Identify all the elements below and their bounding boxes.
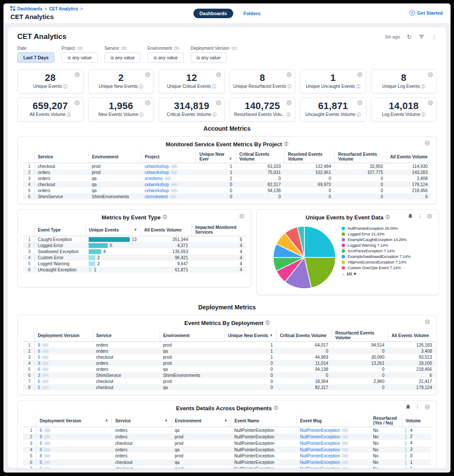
bell-icon[interactable]: [406, 404, 411, 410]
cell-link[interactable]: NullPointerException: [300, 466, 340, 468]
sort-desc-icon[interactable]: ∨: [134, 228, 137, 232]
globe-icon[interactable]: [216, 100, 221, 107]
table-row[interactable]: 16⋯ordersqaNullPointerExceptionNullPoint…: [23, 427, 431, 434]
ellipsis-pill[interactable]: ⋯: [42, 343, 49, 347]
tab-folders[interactable]: Folders: [243, 11, 261, 16]
table-row[interactable]: 26⋯ordersqa1003,408: [23, 348, 435, 354]
cell-link[interactable]: 5: [38, 355, 41, 360]
table-row[interactable]: 2ordersprodcetworkshop⋯175,031102,961107…: [23, 169, 431, 175]
table-row[interactable]: 2Logged Error64,3714: [23, 242, 246, 248]
legend-item[interactable]: SAXParseException 7.14%: [342, 249, 432, 254]
ellipsis-pill[interactable]: ⋯: [169, 195, 176, 199]
table-row[interactable]: 1Caught Exception13351,3445: [23, 236, 246, 243]
ellipsis-pill[interactable]: ⋯: [342, 467, 348, 468]
column-header[interactable]: Unique Events ∨: [85, 224, 141, 236]
column-header[interactable]: Resurfaced Events Volume: [334, 151, 386, 163]
table-row[interactable]: 63⋯ShimiServiceShimiEnvironments0006: [23, 372, 435, 378]
info-icon[interactable]: ⓘ: [63, 84, 67, 89]
cell-link[interactable]: 6: [38, 349, 41, 354]
cell-link[interactable]: 6: [40, 428, 42, 433]
sort-desc-icon[interactable]: ∨: [165, 418, 168, 422]
get-started-button[interactable]: ? Get Started: [409, 10, 443, 16]
column-header[interactable]: Critical Events Volume: [276, 329, 332, 342]
cell-link[interactable]: cetworkshop: [145, 182, 169, 187]
column-header[interactable]: Critical Events Volume: [236, 151, 284, 163]
globe-icon[interactable]: [357, 100, 363, 107]
info-icon[interactable]: ⓘ: [421, 84, 425, 89]
cell-link[interactable]: 8: [40, 434, 42, 439]
info-icon[interactable]: ⓘ: [422, 112, 426, 117]
filter-icon[interactable]: [419, 34, 425, 40]
table-row[interactable]: 28⋯ordersprodNullPointerExceptionNullPoi…: [23, 434, 431, 440]
table-row[interactable]: 75⋯checkoutprodNullPointerExceptionNullP…: [23, 466, 431, 468]
sort-asc-icon[interactable]: ∧: [105, 418, 108, 422]
cell-link[interactable]: 6: [38, 367, 41, 372]
ellipsis-pill[interactable]: ⋯: [342, 448, 348, 452]
globe-icon[interactable]: [286, 71, 292, 79]
ellipsis-pill[interactable]: ⋯: [171, 183, 178, 187]
ellipsis-pill[interactable]: ⋯: [44, 435, 51, 439]
pie-slice[interactable]: [304, 226, 336, 257]
table-row[interactable]: 49⋯ordersprod011,01413,26118,100: [23, 360, 435, 366]
table-row[interactable]: 3ordersqasrmdemo⋯10003,408: [23, 175, 431, 181]
globe-icon[interactable]: [425, 140, 430, 146]
ellipsis-pill[interactable]: ⋯: [164, 177, 171, 180]
sort-desc-icon[interactable]: ∨: [229, 157, 232, 161]
refresh-icon[interactable]: ↻: [407, 34, 412, 40]
tab-dashboards[interactable]: Dashboards: [193, 9, 233, 18]
legend-item[interactable]: NullPointerException 25.00%: [342, 226, 432, 231]
info-icon[interactable]: ⓘ: [139, 84, 144, 89]
legend-prev-icon[interactable]: ▲: [342, 272, 345, 276]
kebab-menu-icon[interactable]: ⋮: [415, 405, 420, 410]
cell-link[interactable]: 8: [38, 343, 41, 347]
filter-value-chip[interactable]: Last 7 Days: [17, 52, 54, 63]
column-header[interactable]: Service ∨: [112, 415, 171, 427]
legend-next-icon[interactable]: ▼: [353, 272, 357, 276]
globe-icon[interactable]: [425, 319, 430, 325]
kebab-menu-icon[interactable]: ⋮: [432, 34, 437, 39]
ellipsis-pill[interactable]: ⋯: [42, 361, 49, 365]
ellipsis-pill[interactable]: ⋯: [42, 349, 49, 353]
legend-item[interactable]: Logged Warning 7.14%: [342, 243, 432, 248]
breadcrumb-dashboards-link[interactable]: Dashboards: [17, 6, 42, 11]
ellipsis-pill[interactable]: ⋯: [342, 428, 348, 432]
column-header[interactable]: Impacted Monitored Services: [192, 224, 246, 236]
filter-value-chip[interactable]: is any value: [191, 52, 227, 63]
ellipsis-pill[interactable]: ⋯: [42, 373, 49, 377]
legend-item[interactable]: ExampleSwallowedException 7.14%: [342, 254, 432, 259]
filter-value-chip[interactable]: is any value: [61, 52, 97, 63]
cell-link[interactable]: 3: [38, 373, 41, 378]
column-header[interactable]: Deployment Version ∧: [36, 415, 112, 427]
kebab-menu-icon[interactable]: ⋮: [417, 214, 422, 219]
info-icon[interactable]: ⓘ: [265, 320, 270, 326]
column-header[interactable]: Environment: [160, 329, 224, 342]
info-icon[interactable]: ⓘ: [284, 142, 288, 147]
info-icon[interactable]: ⓘ: [212, 112, 217, 117]
info-icon[interactable]: ⓘ: [357, 112, 361, 117]
info-icon[interactable]: ⓘ: [386, 215, 390, 220]
cell-link[interactable]: 5: [40, 441, 42, 446]
column-header[interactable]: Event Name: [231, 415, 297, 427]
ellipsis-pill[interactable]: ⋯: [44, 467, 51, 468]
globe-icon[interactable]: [74, 71, 80, 79]
table-row[interactable]: 6ShimiServiceShimiEnvironmentsctsmoketes…: [23, 193, 431, 199]
ellipsis-pill[interactable]: ⋯: [42, 380, 49, 383]
info-icon[interactable]: ⓘ: [288, 84, 292, 89]
column-header[interactable]: Resurfaced Events Volume: [332, 329, 388, 342]
ellipsis-pill[interactable]: ⋯: [44, 454, 51, 458]
filter-value-chip[interactable]: is any value: [105, 52, 141, 63]
cell-link[interactable]: 9: [38, 361, 41, 366]
cell-link[interactable]: NullPointerException: [300, 460, 340, 465]
cell-link[interactable]: NullPointerException: [300, 453, 340, 458]
globe-icon[interactable]: [428, 71, 433, 79]
ellipsis-pill[interactable]: ⋯: [342, 460, 348, 464]
info-icon[interactable]: ⓘ: [356, 84, 361, 89]
breadcrumb-cet-analytics-link[interactable]: CET Analytics: [49, 6, 78, 11]
info-icon[interactable]: ⓘ: [140, 112, 144, 117]
column-header[interactable]: Environment: [88, 151, 141, 163]
cell-link[interactable]: 5: [40, 460, 42, 465]
sort-desc-icon[interactable]: ∨: [270, 333, 273, 337]
table-row[interactable]: 3Swallowed Exception4135,5534: [23, 248, 246, 254]
column-header[interactable]: Deployment Version: [34, 329, 93, 342]
column-header[interactable]: Unique New Ever ∨: [196, 151, 236, 163]
